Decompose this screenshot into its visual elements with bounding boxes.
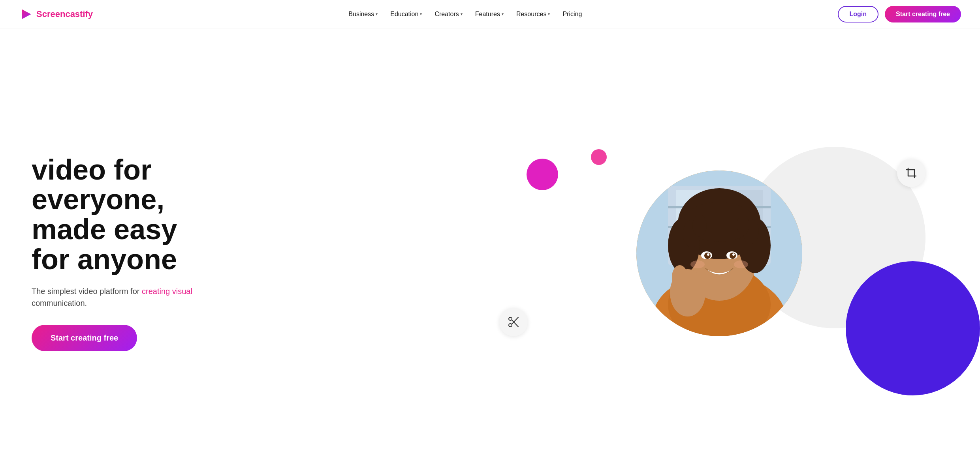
chevron-down-icon: ▾ [420,12,422,16]
svg-point-24 [737,215,749,235]
nav-item-creators[interactable]: Creators ▾ [435,11,462,18]
nav-item-features[interactable]: Features ▾ [475,11,504,18]
nav-item-pricing[interactable]: Pricing [562,11,582,18]
svg-point-32 [734,260,748,268]
scissors-icon-bubble [499,308,528,336]
nav-link-education[interactable]: Education ▾ [390,11,422,18]
nav-link-creators[interactable]: Creators ▾ [435,11,462,18]
login-button[interactable]: Login [838,6,879,22]
nav-item-education[interactable]: Education ▾ [390,11,422,18]
svg-point-28 [730,253,736,259]
logo-text: Screencastify [36,9,93,19]
logo-link[interactable]: Screencastify [19,7,93,21]
logo-icon [19,7,33,21]
hero-subtitle: The simplest video platform for creating… [32,285,205,309]
chevron-down-icon: ▾ [502,12,504,16]
nav-link-pricing[interactable]: Pricing [562,11,582,18]
svg-point-34 [672,265,688,289]
hero-title: video for everyone, made easy for anyone [32,155,474,274]
navbar: Screencastify Business ▾ Education ▾ Cre… [0,0,980,28]
svg-point-30 [732,253,735,256]
chevron-down-icon: ▾ [548,12,550,16]
hero-content: video for everyone, made easy for anyone… [32,155,490,351]
purple-arc-decoration [846,261,980,395]
nav-item-business[interactable]: Business ▾ [348,11,378,18]
dot-magenta-large [527,159,558,190]
nav-links: Business ▾ Education ▾ Creators ▾ Featur… [348,11,582,18]
hero-section: video for everyone, made easy for anyone… [0,28,980,470]
person-photo-circle [636,170,802,336]
start-creating-hero-button[interactable]: Start creating free [32,325,137,351]
start-creating-nav-button[interactable]: Start creating free [885,6,961,22]
hero-visual [490,135,949,372]
chevron-down-icon: ▾ [376,12,378,16]
nav-item-resources[interactable]: Resources ▾ [516,11,550,18]
svg-point-31 [690,260,705,268]
svg-point-22 [692,215,707,237]
person-illustration [636,170,802,336]
nav-link-resources[interactable]: Resources ▾ [516,11,550,18]
dot-pink-small [591,149,607,165]
scissors-icon [507,316,520,328]
crop-icon-bubble [897,159,925,187]
crop-icon [905,167,918,179]
nav-actions: Login Start creating free [838,6,961,22]
nav-link-features[interactable]: Features ▾ [475,11,504,18]
svg-point-29 [707,253,709,256]
nav-link-business[interactable]: Business ▾ [348,11,378,18]
svg-marker-0 [22,9,31,19]
chevron-down-icon: ▾ [461,12,463,16]
svg-point-27 [704,253,711,259]
